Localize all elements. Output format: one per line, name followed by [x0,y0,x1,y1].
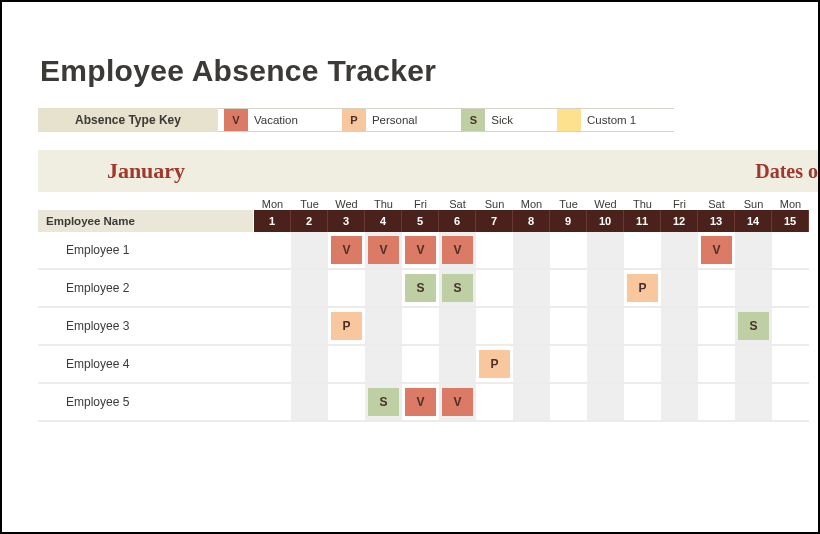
day-cell[interactable] [476,270,513,308]
day-cell[interactable] [587,270,624,308]
day-cell[interactable] [254,384,291,422]
day-cell[interactable]: S [365,384,402,422]
day-cell[interactable]: V [402,384,439,422]
day-cell[interactable]: V [365,232,402,270]
day-cell[interactable] [735,346,772,384]
employee-row: Employee 3PS [38,308,818,346]
day-cell[interactable] [698,384,735,422]
day-cell[interactable] [513,346,550,384]
day-cell[interactable] [587,346,624,384]
dow-label: Tue [550,192,587,210]
day-cell[interactable] [772,270,809,308]
day-cell[interactable] [365,308,402,346]
dow-label: Mon [772,192,809,210]
day-cell[interactable] [328,346,365,384]
absence-badge: S [368,388,399,416]
day-cell[interactable] [550,232,587,270]
legend-text-custom1: Custom 1 [587,114,674,126]
day-cell[interactable] [291,270,328,308]
day-cell[interactable]: V [698,232,735,270]
absence-badge: V [701,236,732,264]
legend-item-vacation: V Vacation [218,108,336,132]
day-cell[interactable] [254,308,291,346]
absence-badge: P [627,274,658,302]
day-cell[interactable]: P [328,308,365,346]
day-cell[interactable] [513,384,550,422]
day-cell[interactable] [735,232,772,270]
day-cell[interactable]: S [402,270,439,308]
date-num: 10 [587,210,624,232]
day-cell[interactable] [624,384,661,422]
day-cell[interactable] [328,384,365,422]
day-cell[interactable] [550,384,587,422]
date-num: 3 [328,210,365,232]
day-cell[interactable] [698,270,735,308]
day-cell[interactable] [365,270,402,308]
day-cell[interactable] [661,270,698,308]
day-cell[interactable] [698,308,735,346]
day-cell[interactable] [476,308,513,346]
day-cell[interactable]: P [476,346,513,384]
day-cell[interactable] [772,308,809,346]
dow-label: Sat [698,192,735,210]
day-cell[interactable] [513,308,550,346]
day-cell[interactable] [513,270,550,308]
day-cell[interactable] [291,346,328,384]
date-num: 13 [698,210,735,232]
calendar-grid: MonTueWedThuFriSatSunMonTueWedThuFriSatS… [38,192,818,422]
day-cell[interactable] [254,346,291,384]
day-cell[interactable] [661,308,698,346]
day-cell[interactable]: V [439,384,476,422]
absence-badge: S [442,274,473,302]
dow-label: Mon [254,192,291,210]
day-cell[interactable] [328,270,365,308]
day-cell[interactable] [402,346,439,384]
day-cell[interactable] [735,270,772,308]
day-cell[interactable] [550,270,587,308]
dow-label: Mon [513,192,550,210]
day-cell[interactable] [254,232,291,270]
legend-swatch-v: V [224,109,248,131]
day-cell[interactable] [587,308,624,346]
day-cell[interactable] [291,384,328,422]
day-cell[interactable]: S [439,270,476,308]
legend-item-custom1: Custom 1 [551,108,674,132]
day-cell[interactable] [661,346,698,384]
day-cell[interactable] [735,384,772,422]
day-cell[interactable] [772,384,809,422]
day-cell[interactable] [254,270,291,308]
absence-badge: S [738,312,769,340]
day-cell[interactable] [439,308,476,346]
day-cell[interactable] [365,346,402,384]
day-cell[interactable] [513,232,550,270]
page-title: Employee Absence Tracker [40,54,818,88]
day-cell[interactable] [550,308,587,346]
dow-label: Sat [439,192,476,210]
day-cell[interactable] [476,232,513,270]
day-cell[interactable] [550,346,587,384]
employee-name-header: Employee Name [38,210,254,232]
month-header: January Dates o [38,150,818,192]
day-cell[interactable] [587,384,624,422]
legend-row: Absence Type Key V Vacation P Personal S… [38,108,818,132]
day-cell[interactable] [402,308,439,346]
date-num-row: Employee Name 123456789101112131415 [38,210,818,232]
day-cell[interactable] [772,346,809,384]
day-cell[interactable] [587,232,624,270]
day-cell[interactable]: S [735,308,772,346]
day-cell[interactable] [661,384,698,422]
day-cell[interactable] [772,232,809,270]
day-cell[interactable] [661,232,698,270]
day-cell[interactable]: P [624,270,661,308]
day-cell[interactable]: V [439,232,476,270]
day-cell[interactable] [624,308,661,346]
day-cell[interactable]: V [402,232,439,270]
day-cell[interactable] [291,232,328,270]
day-cell[interactable] [624,232,661,270]
day-cell[interactable] [624,346,661,384]
day-cell[interactable]: V [328,232,365,270]
day-cell[interactable] [291,308,328,346]
day-cell[interactable] [439,346,476,384]
day-cell[interactable] [476,384,513,422]
day-cell[interactable] [698,346,735,384]
